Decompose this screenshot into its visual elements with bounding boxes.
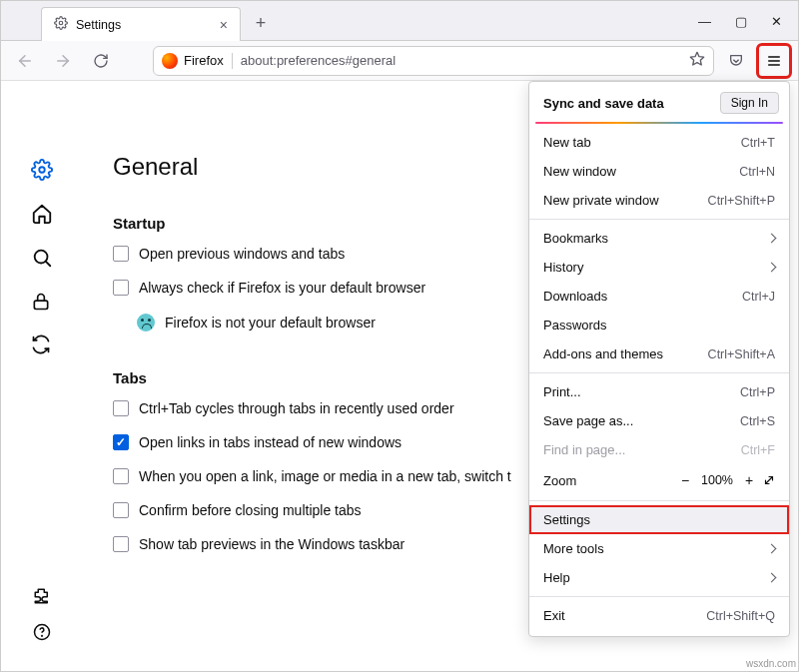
tab-title: Settings — [76, 18, 212, 32]
firefox-logo-icon — [162, 53, 178, 69]
menu-find-in-page: Find in page...Ctrl+F — [529, 435, 789, 464]
svg-point-10 — [42, 635, 43, 636]
browser-tab[interactable]: Settings × — [41, 7, 241, 41]
zoom-out-button[interactable]: − — [675, 470, 695, 490]
menu-new-tab[interactable]: New tabCtrl+T — [529, 128, 789, 157]
menu-bookmarks[interactable]: Bookmarks — [529, 224, 789, 253]
zoom-label: Zoom — [543, 473, 675, 488]
category-home-icon[interactable] — [31, 203, 53, 225]
app-menu-popup: Sync and save data Sign In New tabCtrl+T… — [528, 81, 790, 637]
svg-point-5 — [39, 167, 45, 173]
category-sidebar — [1, 81, 83, 671]
status-text: Firefox is not your default browser — [165, 315, 376, 331]
checkbox[interactable] — [113, 468, 129, 484]
watermark: wsxdn.com — [746, 658, 796, 669]
nav-forward-button[interactable] — [47, 45, 79, 77]
chevron-right-icon — [767, 573, 777, 583]
zoom-in-button[interactable]: + — [739, 470, 759, 490]
checkbox[interactable] — [113, 280, 129, 296]
menu-separator — [529, 500, 789, 501]
zoom-fullscreen-button[interactable] — [759, 470, 779, 490]
navigation-toolbar: Firefox about:preferences#general — [1, 41, 798, 81]
category-search-icon[interactable] — [31, 247, 53, 269]
window-close-button[interactable]: ✕ — [771, 14, 782, 29]
menu-settings[interactable]: Settings — [529, 505, 789, 534]
gear-icon — [54, 16, 68, 33]
extensions-icon[interactable] — [33, 587, 51, 605]
checkbox-label: When you open a link, image or media in … — [139, 468, 511, 484]
window-minimize-button[interactable]: — — [698, 14, 711, 29]
chevron-right-icon — [767, 263, 777, 273]
menu-downloads[interactable]: DownloadsCtrl+J — [529, 282, 789, 311]
checkbox-label: Ctrl+Tab cycles through tabs in recently… — [139, 400, 454, 416]
menu-separator — [529, 372, 789, 373]
menu-new-private-window[interactable]: New private windowCtrl+Shift+P — [529, 186, 789, 215]
rainbow-separator — [535, 122, 783, 124]
menu-exit[interactable]: ExitCtrl+Shift+Q — [529, 601, 789, 630]
svg-point-0 — [59, 21, 63, 25]
chevron-right-icon — [767, 544, 777, 554]
svg-rect-8 — [34, 301, 47, 309]
menu-history[interactable]: History — [529, 253, 789, 282]
bookmark-star-icon[interactable] — [689, 51, 705, 70]
checkbox-label: Open links in tabs instead of new window… — [139, 434, 401, 450]
menu-more-tools[interactable]: More tools — [529, 534, 789, 563]
menu-zoom-row: Zoom − 100% + — [529, 464, 789, 496]
checkbox[interactable] — [113, 502, 129, 518]
nav-reload-button[interactable] — [85, 45, 117, 77]
identity-label: Firefox — [184, 53, 224, 68]
category-general-icon[interactable] — [31, 159, 53, 181]
menu-sync-header: Sync and save data Sign In — [529, 86, 789, 122]
address-bar[interactable]: Firefox about:preferences#general — [153, 46, 714, 76]
chevron-right-icon — [767, 234, 777, 244]
menu-save-page-as[interactable]: Save page as...Ctrl+S — [529, 406, 789, 435]
site-identity[interactable]: Firefox — [162, 53, 233, 69]
checkbox-label: Confirm before closing multiple tabs — [139, 502, 362, 518]
menu-separator — [529, 219, 789, 220]
menu-new-window[interactable]: New windowCtrl+N — [529, 157, 789, 186]
menu-print[interactable]: Print...Ctrl+P — [529, 377, 789, 406]
help-icon[interactable] — [33, 623, 51, 641]
nav-back-button[interactable] — [9, 45, 41, 77]
zoom-value: 100% — [695, 473, 739, 487]
menu-passwords[interactable]: Passwords — [529, 311, 789, 339]
window-controls: — ▢ ✕ — [698, 1, 792, 41]
checkbox-label: Open previous windows and tabs — [139, 246, 345, 262]
checkbox[interactable] — [113, 434, 129, 450]
category-privacy-icon[interactable] — [31, 291, 53, 313]
title-bar: Settings × + — ▢ ✕ — [1, 1, 798, 41]
sync-title: Sync and save data — [543, 96, 664, 111]
address-text: about:preferences#general — [241, 53, 681, 68]
sign-in-button[interactable]: Sign In — [720, 92, 779, 114]
checkbox[interactable] — [113, 400, 129, 416]
tab-close-button[interactable]: × — [220, 18, 228, 32]
menu-help[interactable]: Help — [529, 563, 789, 592]
checkbox[interactable] — [113, 246, 129, 262]
menu-separator — [529, 596, 789, 597]
sad-face-icon — [137, 314, 155, 332]
checkbox[interactable] — [113, 536, 129, 552]
menu-addons[interactable]: Add-ons and themesCtrl+Shift+A — [529, 339, 789, 368]
pocket-button[interactable] — [720, 45, 752, 77]
svg-line-7 — [46, 262, 51, 267]
svg-marker-1 — [690, 52, 703, 65]
checkbox-label: Always check if Firefox is your default … — [139, 280, 425, 296]
checkbox-label: Show tab previews in the Windows taskbar — [139, 536, 404, 552]
svg-line-11 — [766, 477, 773, 484]
app-menu-button[interactable] — [758, 45, 790, 77]
new-tab-button[interactable]: + — [247, 9, 275, 37]
category-sync-icon[interactable] — [31, 335, 53, 356]
window-maximize-button[interactable]: ▢ — [735, 14, 747, 29]
